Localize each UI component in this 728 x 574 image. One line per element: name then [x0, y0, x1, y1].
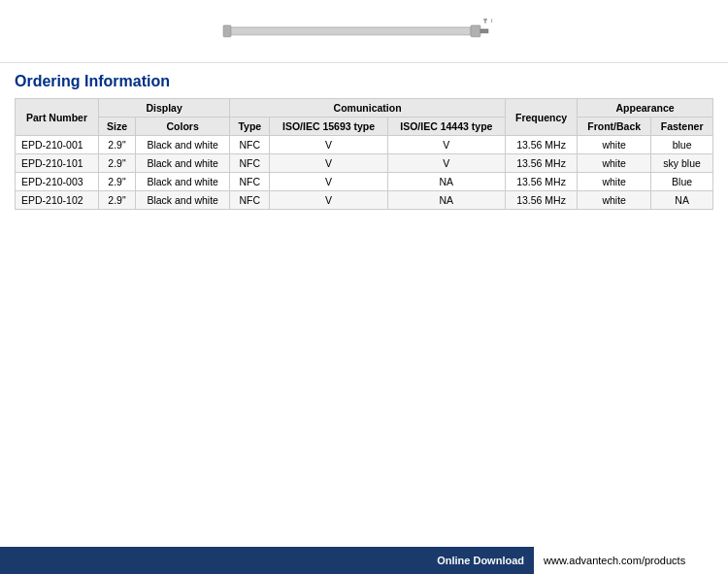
- col-header-colors: Colors: [136, 118, 230, 136]
- svg-rect-0: [228, 27, 471, 35]
- table-cell: NFC: [230, 154, 270, 173]
- table-cell: sky blue: [651, 154, 713, 173]
- table-cell: V: [270, 191, 387, 210]
- table-cell: EPD-210-003: [16, 173, 99, 191]
- table-cell: NA: [387, 173, 505, 191]
- table-cell: EPD-210-001: [16, 136, 99, 154]
- svg-text:↕: ↕: [490, 17, 493, 23]
- footer-url: www.advantech.com/products: [544, 555, 685, 566]
- col-header-fastener: Fastener: [651, 118, 713, 136]
- table-cell: white: [578, 191, 651, 210]
- table-cell: V: [270, 136, 387, 154]
- table-row: EPD-210-0012.9"Black and whiteNFCVV13.56…: [16, 136, 713, 154]
- table-cell: V: [387, 154, 505, 173]
- table-cell: Black and white: [136, 173, 230, 191]
- table-row: EPD-210-1022.9"Black and whiteNFCVNA13.5…: [16, 191, 713, 210]
- table-cell: 13.56 MHz: [505, 191, 577, 210]
- table-cell: V: [387, 136, 505, 154]
- table-cell: NA: [387, 191, 505, 210]
- table-cell: white: [578, 173, 651, 191]
- product-diagram: ↕: [209, 12, 519, 51]
- table-cell: white: [578, 136, 651, 154]
- table-cell: EPD-210-102: [16, 191, 99, 210]
- col-header-size: Size: [98, 118, 135, 136]
- svg-rect-2: [471, 25, 480, 37]
- svg-rect-3: [480, 29, 488, 33]
- table-cell: 2.9": [98, 191, 135, 210]
- ordering-section: Ordering Information Part Number Display…: [0, 63, 728, 224]
- col-header-part-number: Part Number: [16, 99, 99, 136]
- table-cell: Black and white: [136, 191, 230, 210]
- table-cell: 13.56 MHz: [505, 173, 577, 191]
- table-cell: NFC: [230, 136, 270, 154]
- footer-label: Online Download: [427, 547, 534, 574]
- table-cell: EPD-210-101: [16, 154, 99, 173]
- table-cell: Blue: [651, 173, 713, 191]
- table-cell: 13.56 MHz: [505, 136, 577, 154]
- col-header-iso14443: ISO/IEC 14443 type: [387, 118, 505, 136]
- table-cell: NFC: [230, 173, 270, 191]
- table-cell: V: [270, 173, 387, 191]
- col-group-communication: Comunication: [230, 99, 506, 118]
- footer-bar: Online Download www.advantech.com/produc…: [0, 547, 728, 574]
- col-group-display: Display: [98, 99, 229, 118]
- diagram-area: ↕: [0, 0, 728, 63]
- table-cell: 2.9": [98, 154, 135, 173]
- table-cell: NA: [651, 191, 713, 210]
- table-cell: Black and white: [136, 154, 230, 173]
- table-cell: 2.9": [98, 173, 135, 191]
- col-group-appearance: Appearance: [578, 99, 713, 118]
- col-header-frequency: Frequency: [505, 99, 577, 136]
- table-cell: blue: [651, 136, 713, 154]
- col-header-frontback: Front/Back: [578, 118, 651, 136]
- table-cell: 2.9": [98, 136, 135, 154]
- table-cell: V: [270, 154, 387, 173]
- footer-url-box: www.advantech.com/products: [534, 547, 728, 574]
- table-row: EPD-210-0032.9"Black and whiteNFCVNA13.5…: [16, 173, 713, 191]
- col-header-type: Type: [230, 118, 270, 136]
- svg-rect-1: [223, 25, 231, 37]
- section-title: Ordering Information: [15, 73, 713, 90]
- ordering-table: Part Number Display Comunication Frequen…: [15, 98, 713, 210]
- table-cell: white: [578, 154, 651, 173]
- table-row: EPD-210-1012.9"Black and whiteNFCVV13.56…: [16, 154, 713, 173]
- table-cell: NFC: [230, 191, 270, 210]
- col-header-iso15693: ISO/IEC 15693 type: [270, 118, 387, 136]
- table-cell: Black and white: [136, 136, 230, 154]
- table-cell: 13.56 MHz: [505, 154, 577, 173]
